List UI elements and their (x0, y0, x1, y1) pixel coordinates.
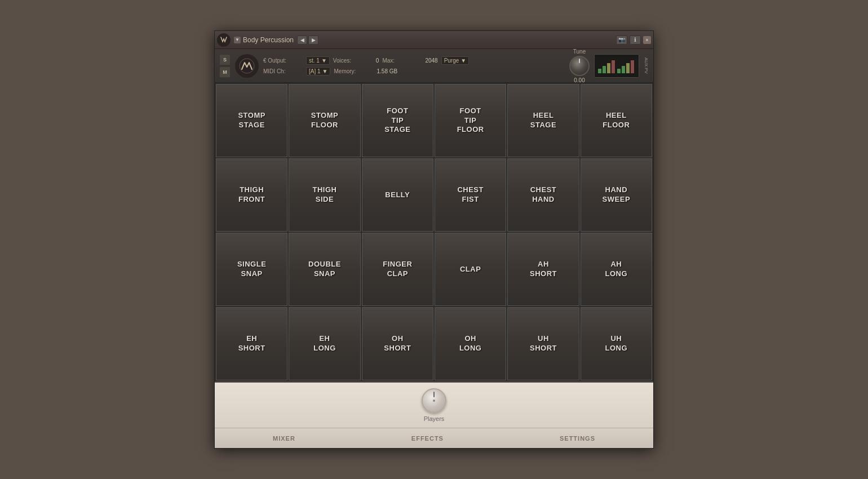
pad-cell-eh-short[interactable]: EH SHORT (216, 307, 287, 380)
m-button[interactable]: M (219, 66, 231, 78)
title-bar-left: ▼ Body Percussion ◀ ▶ (217, 33, 318, 47)
pad-cell-clap[interactable]: CLAP (435, 233, 506, 306)
output-label: € Output: (263, 57, 303, 64)
pad-label-single-snap: SINGLE SNAP (237, 260, 266, 279)
voices-value: 0 (376, 57, 379, 64)
brand-logo (235, 54, 259, 78)
pad-cell-finger-clap[interactable]: FINGER CLAP (362, 233, 433, 306)
aux-controls: AUX PV (644, 57, 649, 74)
pad-cell-chest-fist[interactable]: CHEST FIST (435, 158, 506, 232)
pad-cell-stomp-stage[interactable]: STOMP STAGE (216, 84, 287, 157)
memory-value: 1.58 GB (377, 68, 397, 74)
pad-cell-uh-short[interactable]: UH SHORT (507, 307, 579, 380)
output-dropdown[interactable]: st. 1 ▼ (306, 56, 330, 65)
pv-label: PV (644, 68, 649, 74)
pad-label-uh-short: UH SHORT (530, 334, 557, 353)
mixer-nav-item[interactable]: MIXER (264, 433, 304, 444)
svg-rect-1 (598, 69, 601, 73)
pad-label-stomp-stage: STOMP STAGE (238, 111, 265, 130)
tune-knob[interactable] (569, 56, 590, 76)
pad-label-stomp-floor: STOMP FLOOR (311, 111, 339, 130)
pad-cell-chest-hand[interactable]: CHEST HAND (507, 158, 579, 232)
pad-label-uh-long: UH LONG (605, 334, 628, 353)
pad-cell-double-snap[interactable]: DOUBLE SNAP (289, 233, 360, 306)
pad-label-oh-long: OH LONG (459, 334, 482, 353)
purge-label: Purge (444, 57, 459, 64)
svg-rect-7 (626, 63, 630, 73)
pad-cell-foot-tip-floor[interactable]: FOOT TIP FLOOR (435, 84, 506, 157)
footer-nav: MIXER EFFECTS SETTINGS (215, 428, 653, 448)
pad-label-oh-short: OH SHORT (384, 334, 411, 353)
title-nav: ◀ ▶ (297, 36, 318, 45)
pad-label-finger-clap: FINGER CLAP (383, 260, 412, 279)
info-icon-btn[interactable]: ℹ (630, 36, 641, 45)
pad-cell-ah-short[interactable]: AH SHORT (507, 233, 579, 306)
pad-grid: STOMP STAGESTOMP FLOORFOOT TIP STAGEFOOT… (216, 84, 652, 380)
settings-nav-item[interactable]: SETTINGS (551, 433, 604, 444)
pad-cell-thigh-front[interactable]: THIGH FRONT (216, 158, 287, 232)
svg-rect-3 (607, 63, 610, 73)
svg-rect-4 (612, 60, 615, 73)
next-preset-btn[interactable]: ▶ (308, 36, 318, 45)
players-knob[interactable] (422, 388, 446, 413)
voices-label: Voices: (333, 57, 373, 64)
close-button[interactable]: × (643, 36, 651, 44)
plugin-window: ▼ Body Percussion ◀ ▶ 📷 ℹ × S M (214, 30, 654, 449)
pad-cell-belly[interactable]: BELLY (362, 158, 433, 232)
dropdown-arrow: ▼ (234, 37, 241, 43)
svg-rect-5 (617, 69, 621, 73)
pad-cell-heel-stage[interactable]: HEEL STAGE (507, 84, 579, 157)
svg-rect-6 (622, 66, 625, 73)
output-row: € Output: st. 1 ▼ Voices: 0 Max: 2048 Pu… (263, 56, 565, 65)
s-button[interactable]: S (219, 54, 231, 65)
midi-row: MIDI Ch: [A] 1 ▼ Memory: 1.58 GB (263, 67, 565, 76)
max-label: Max: (382, 57, 422, 64)
pad-cell-heel-floor[interactable]: HEEL FLOOR (581, 84, 652, 157)
sm-buttons: S M (219, 54, 231, 78)
info-fields: € Output: st. 1 ▼ Voices: 0 Max: 2048 Pu… (263, 56, 565, 76)
pad-cell-ah-long[interactable]: AH LONG (581, 233, 652, 306)
midi-value: [A] 1 (309, 68, 321, 74)
pad-cell-uh-long[interactable]: UH LONG (581, 307, 652, 380)
players-label: Players (424, 415, 445, 422)
pad-label-foot-tip-floor: FOOT TIP FLOOR (457, 107, 484, 135)
title-bar: ▼ Body Percussion ◀ ▶ 📷 ℹ × (215, 31, 653, 49)
prev-preset-btn[interactable]: ◀ (297, 36, 307, 45)
pad-label-ah-short: AH SHORT (530, 260, 557, 279)
svg-rect-2 (603, 66, 606, 73)
meter-display (594, 54, 639, 78)
preset-dropdown[interactable]: ▼ Body Percussion (234, 36, 294, 44)
pad-label-heel-floor: HEEL FLOOR (603, 111, 630, 130)
midi-arrow: ▼ (322, 68, 328, 74)
tune-knob-area: Tune 0.00 (569, 48, 590, 83)
pad-cell-thigh-side[interactable]: THIGH SIDE (289, 158, 360, 232)
pad-label-hand-sweep: HAND SWEEP (603, 185, 630, 205)
pad-cell-oh-short[interactable]: OH SHORT (362, 307, 433, 380)
info-bar: S M € Output: st. 1 ▼ Voices: 0 Max: 204… (215, 49, 653, 83)
aux-label: AUX (644, 57, 649, 66)
pad-label-eh-short: EH SHORT (238, 334, 265, 353)
preset-name: Body Percussion (243, 36, 294, 44)
pad-cell-oh-long[interactable]: OH LONG (435, 307, 506, 380)
effects-nav-item[interactable]: EFFECTS (402, 433, 453, 444)
grid-area: STOMP STAGESTOMP FLOORFOOT TIP STAGEFOOT… (215, 83, 653, 382)
pad-label-double-snap: DOUBLE SNAP (308, 260, 341, 279)
pad-label-chest-hand: CHEST HAND (530, 185, 557, 205)
pad-cell-stomp-floor[interactable]: STOMP FLOOR (289, 84, 360, 157)
output-value: st. 1 (309, 57, 320, 64)
midi-label: MIDI Ch: (263, 68, 303, 74)
camera-icon-btn[interactable]: 📷 (616, 36, 627, 45)
pad-cell-single-snap[interactable]: SINGLE SNAP (216, 233, 287, 306)
pad-cell-foot-tip-stage[interactable]: FOOT TIP STAGE (362, 84, 433, 157)
title-logo-small (217, 33, 231, 47)
pad-label-thigh-side: THIGH SIDE (313, 185, 337, 205)
pad-cell-hand-sweep[interactable]: HAND SWEEP (581, 158, 652, 232)
pad-label-ah-long: AH LONG (605, 260, 628, 279)
pad-label-eh-long: EH LONG (313, 334, 336, 353)
pad-cell-eh-long[interactable]: EH LONG (289, 307, 360, 380)
purge-dropdown[interactable]: Purge ▼ (441, 56, 470, 65)
max-value: 2048 (425, 57, 437, 64)
output-dropdown-arrow: ▼ (321, 57, 327, 64)
svg-rect-8 (631, 60, 634, 73)
midi-dropdown[interactable]: [A] 1 ▼ (306, 67, 330, 76)
